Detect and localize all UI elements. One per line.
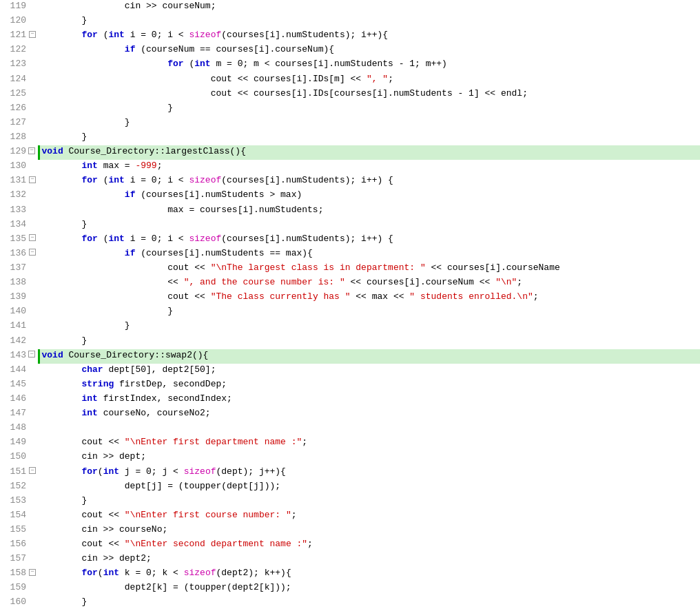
table-row: 120 } (0, 14, 700, 29)
line-number: 145 (0, 378, 26, 393)
fold-box[interactable]: − (29, 569, 36, 576)
fold-indicator (26, 335, 39, 349)
line-number: 151 (0, 466, 26, 480)
line-number: 156 (0, 538, 26, 552)
code-line: for(int j = 0; j < sizeof(dept); j++){ (39, 466, 700, 480)
line-number: 133 (0, 204, 26, 218)
line-number: 132 (0, 189, 26, 203)
line-number: 159 (0, 581, 26, 596)
table-row: 146 int firstIndex, secondIndex; (0, 393, 700, 407)
fold-indicator (26, 160, 39, 174)
fold-box[interactable]: − (28, 351, 35, 358)
line-number: 152 (0, 480, 26, 495)
fold-indicator[interactable]: − (26, 233, 39, 247)
code-line: if (courseNum == courses[i].courseNum){ (39, 43, 700, 58)
fold-indicator (26, 87, 39, 102)
line-number: 134 (0, 218, 26, 233)
fold-box[interactable]: − (29, 467, 36, 474)
table-row: 140 } (0, 305, 700, 320)
fold-box[interactable]: − (28, 147, 35, 154)
line-number: 123 (0, 58, 26, 72)
line-number: 128 (0, 131, 26, 145)
table-row: 145 string firstDep, secondDep; (0, 378, 700, 393)
line-number: 124 (0, 73, 26, 87)
table-row: 155 cin >> courseNo; (0, 524, 700, 538)
code-line: cout << "The class currently has " << ma… (39, 291, 700, 305)
fold-indicator (26, 14, 39, 29)
fold-indicator (26, 581, 39, 596)
code-line: } (39, 14, 700, 29)
fold-indicator[interactable]: − (26, 349, 39, 364)
fold-indicator (26, 189, 39, 203)
code-line: cout << "\nEnter second department name … (39, 538, 700, 552)
line-number: 131 (0, 174, 26, 189)
table-row: 132 if (courses[i].numStudents > max) (0, 189, 700, 203)
code-line (39, 422, 700, 436)
line-number: 136 (0, 247, 26, 262)
line-number: 139 (0, 291, 26, 305)
fold-indicator (26, 538, 39, 552)
fold-indicator (26, 116, 39, 131)
fold-indicator (26, 524, 39, 538)
line-number: 126 (0, 102, 26, 116)
code-line: void Course_Directory::swap2(){ (39, 349, 700, 364)
line-number: 160 (0, 596, 26, 611)
code-line: cin >> courseNum; (39, 0, 700, 14)
code-line: int courseNo, courseNo2; (39, 407, 700, 422)
line-number: 148 (0, 422, 26, 436)
fold-indicator[interactable]: − (26, 247, 39, 262)
line-number: 150 (0, 451, 26, 465)
table-row: 136− if (courses[i].numStudents == max){ (0, 247, 700, 262)
fold-indicator (26, 393, 39, 407)
fold-indicator (26, 305, 39, 320)
fold-box[interactable]: − (29, 249, 36, 256)
table-row: 127 } (0, 116, 700, 131)
fold-box[interactable]: − (29, 234, 36, 241)
fold-indicator[interactable]: − (26, 174, 39, 189)
line-number: 135 (0, 233, 26, 247)
line-number: 125 (0, 87, 26, 102)
table-row: 159 dept2[k] = (toupper(dept2[k])); (0, 581, 700, 596)
table-row: 141 } (0, 320, 700, 334)
line-number: 143 (0, 349, 26, 364)
fold-box[interactable]: − (29, 31, 36, 38)
code-line: int max = -999; (39, 160, 700, 174)
line-number: 127 (0, 116, 26, 131)
fold-box[interactable]: − (29, 176, 36, 183)
fold-indicator (26, 276, 39, 291)
code-line: char dept[50], dept2[50]; (39, 364, 700, 378)
fold-indicator[interactable]: − (26, 145, 39, 160)
code-line: } (39, 495, 700, 509)
fold-indicator (26, 218, 39, 233)
table-row: 129−void Course_Directory::largestClass(… (0, 145, 700, 160)
code-line: } (39, 102, 700, 116)
table-row: 158− for(int k = 0; k < sizeof(dept2); k… (0, 567, 700, 581)
code-line: } (39, 320, 700, 334)
table-row: 151− for(int j = 0; j < sizeof(dept); j+… (0, 466, 700, 480)
table-row: 156 cout << "\nEnter second department n… (0, 538, 700, 552)
fold-indicator[interactable]: − (26, 567, 39, 581)
fold-indicator (26, 596, 39, 611)
fold-indicator (26, 422, 39, 436)
table-row: 149 cout << "\nEnter first department na… (0, 436, 700, 451)
line-number: 142 (0, 335, 26, 349)
line-number: 137 (0, 262, 26, 276)
fold-indicator (26, 0, 39, 14)
table-row: 142 } (0, 335, 700, 349)
line-number: 144 (0, 364, 26, 378)
line-number: 138 (0, 276, 26, 291)
fold-indicator[interactable]: − (26, 466, 39, 480)
table-row: 133 max = courses[i].numStudents; (0, 204, 700, 218)
code-line: for (int i = 0; i < sizeof(courses[i].nu… (39, 29, 700, 43)
fold-indicator (26, 262, 39, 276)
fold-indicator[interactable]: − (26, 29, 39, 43)
fold-indicator (26, 495, 39, 509)
table-row: 143−void Course_Directory::swap2(){ (0, 349, 700, 364)
table-row: 125 cout << courses[i].IDs[courses[i].nu… (0, 87, 700, 102)
code-line: } (39, 131, 700, 145)
table-row: 126 } (0, 102, 700, 116)
fold-indicator (26, 436, 39, 451)
table-row: 130 int max = -999; (0, 160, 700, 174)
table-row: 152 dept[j] = (toupper(dept[j])); (0, 480, 700, 495)
table-row: 138 << ", and the course number is: " <<… (0, 276, 700, 291)
